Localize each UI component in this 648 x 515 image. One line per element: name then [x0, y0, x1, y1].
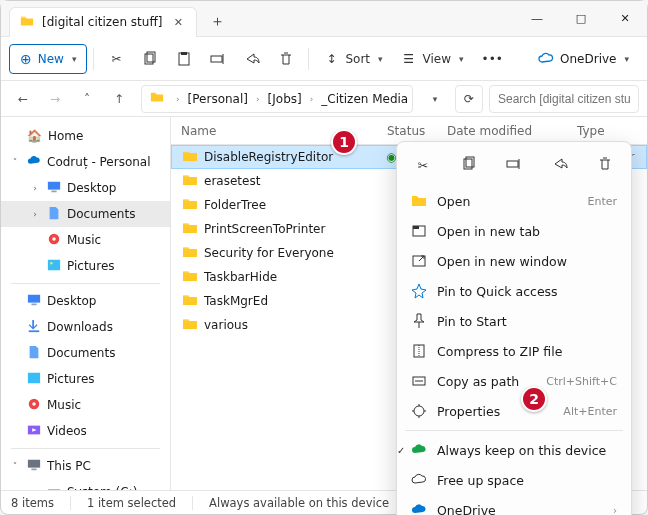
sidebar-item-thispc[interactable]: ˅This PC	[1, 453, 170, 479]
crumb-jobs[interactable]: [Jobs]›	[264, 92, 318, 106]
window-tab[interactable]: [digital citizen stuff] ✕	[9, 7, 197, 37]
col-type[interactable]: Type	[577, 124, 647, 138]
ctx-pin-quick[interactable]: Pin to Quick access	[403, 276, 625, 306]
share-icon	[244, 51, 260, 67]
chevron-down-icon: ▾	[433, 94, 438, 104]
crumb-personal[interactable]: [Personal]›	[184, 92, 264, 106]
address-dropdown[interactable]: ▾	[421, 85, 449, 113]
up-folder-button[interactable]: ↑	[105, 85, 133, 113]
ellipsis-icon: •••	[482, 52, 503, 66]
sidebar-item-drive-c[interactable]: ›System (C:)	[1, 479, 170, 490]
svg-rect-24	[507, 161, 518, 167]
status-selected-count: 1 item selected	[87, 496, 176, 510]
paste-icon	[176, 51, 192, 67]
rename-icon	[506, 156, 522, 175]
svg-rect-3	[181, 52, 187, 55]
close-tab-icon[interactable]: ✕	[170, 14, 186, 30]
sidebar-item-onedrive-personal[interactable]: ˅Codruț - Personal	[1, 149, 170, 175]
ctx-open-window[interactable]: Open in new window	[403, 246, 625, 276]
col-name[interactable]: Name	[181, 124, 387, 138]
trash-icon	[278, 51, 294, 67]
sidebar-item-desktop-pinned[interactable]: Desktop	[1, 288, 170, 314]
sort-button[interactable]: ↕Sort▾	[315, 44, 390, 74]
sidebar-item-videos[interactable]: Videos	[1, 418, 170, 444]
ctx-properties[interactable]: PropertiesAlt+Enter	[403, 396, 625, 426]
collapse-icon[interactable]: ˅	[9, 461, 21, 471]
sidebar-item-documents-pinned[interactable]: Documents	[1, 340, 170, 366]
sidebar-item-home[interactable]: 🏠Home	[1, 123, 170, 149]
paste-button[interactable]	[168, 44, 200, 74]
sidebar-item-desktop[interactable]: ›Desktop	[1, 175, 170, 201]
crumb-sep: ›	[176, 94, 180, 104]
breadcrumb[interactable]: › [Personal]› [Jobs]› _Citizen Media› [d…	[141, 85, 413, 113]
forward-button[interactable]: →	[41, 85, 69, 113]
copy-button[interactable]	[134, 44, 166, 74]
svg-rect-26	[413, 226, 419, 229]
ctx-compress[interactable]: Compress to ZIP file	[403, 336, 625, 366]
crumb-citizen-media[interactable]: _Citizen Media›	[317, 92, 413, 106]
back-button[interactable]: ←	[9, 85, 37, 113]
svg-point-8	[52, 237, 56, 241]
ctx-open-tab[interactable]: Open in new tab	[403, 216, 625, 246]
copy-icon	[142, 51, 158, 67]
sidebar-item-pictures-pinned[interactable]: Pictures	[1, 366, 170, 392]
expand-icon[interactable]: ›	[29, 487, 41, 490]
ctx-cut-button[interactable]: ✂	[407, 150, 439, 180]
ctx-onedrive[interactable]: OneDrive›	[403, 495, 625, 515]
rename-button[interactable]	[202, 44, 234, 74]
search-box[interactable]	[489, 85, 639, 113]
music-icon	[27, 397, 41, 414]
ctx-delete-button[interactable]	[589, 150, 621, 180]
view-button[interactable]: ☰View▾	[393, 44, 472, 74]
folder-icon	[182, 268, 198, 287]
delete-button[interactable]	[270, 44, 302, 74]
trash-icon	[597, 156, 613, 175]
ctx-share-button[interactable]	[544, 150, 576, 180]
expand-icon[interactable]: ›	[29, 209, 41, 219]
ctx-copy-button[interactable]	[453, 150, 485, 180]
svg-rect-6	[51, 190, 56, 192]
share-button[interactable]	[236, 44, 268, 74]
new-tab-button[interactable]: ＋	[203, 8, 231, 36]
document-icon	[47, 206, 61, 223]
sidebar-item-pictures[interactable]: Pictures	[1, 253, 170, 279]
file-name: DisableRegistryEditor	[204, 150, 333, 164]
search-input[interactable]	[496, 91, 632, 107]
svg-rect-14	[28, 372, 40, 383]
svg-rect-4	[211, 56, 222, 62]
collapse-icon[interactable]: ˅	[9, 157, 21, 167]
onedrive-button[interactable]: OneDrive ▾	[528, 44, 639, 74]
refresh-button[interactable]: ⟳	[455, 85, 483, 113]
col-date[interactable]: Date modified	[447, 124, 577, 138]
file-name: erasetest	[204, 174, 260, 188]
sidebar-item-documents[interactable]: ›Documents	[1, 201, 170, 227]
ctx-open[interactable]: OpenEnter	[403, 186, 625, 216]
close-button[interactable]: ✕	[603, 1, 647, 37]
svg-rect-13	[29, 330, 40, 332]
picture-icon	[47, 258, 61, 275]
sidebar-item-music[interactable]: Music	[1, 227, 170, 253]
cut-button[interactable]: ✂	[100, 44, 132, 74]
drive-icon	[47, 484, 61, 491]
cloud-icon	[411, 502, 427, 515]
ctx-rename-button[interactable]	[498, 150, 530, 180]
col-status[interactable]: Status	[387, 124, 447, 138]
annotation-badge-1: 1	[331, 129, 357, 155]
ctx-copy-path[interactable]: Copy as pathCtrl+Shift+C	[403, 366, 625, 396]
maximize-button[interactable]: □	[559, 1, 603, 37]
expand-icon[interactable]: ›	[29, 183, 41, 193]
sidebar-item-downloads[interactable]: Downloads	[1, 314, 170, 340]
ctx-pin-start[interactable]: Pin to Start	[403, 306, 625, 336]
svg-rect-11	[28, 294, 40, 302]
minimize-button[interactable]: ―	[515, 1, 559, 37]
file-name: FolderTree	[204, 198, 266, 212]
more-button[interactable]: •••	[474, 44, 511, 74]
up-button[interactable]: ˄	[73, 85, 101, 113]
new-button[interactable]: ⊕ New ▾	[9, 44, 87, 74]
ctx-free-up-space[interactable]: Free up space	[403, 465, 625, 495]
sidebar-item-music-pinned[interactable]: Music	[1, 392, 170, 418]
status-item-count: 8 items	[11, 496, 54, 510]
svg-point-10	[50, 261, 53, 264]
ctx-always-keep[interactable]: ✓Always keep on this device	[403, 435, 625, 465]
cloud-solid-icon	[411, 442, 427, 458]
